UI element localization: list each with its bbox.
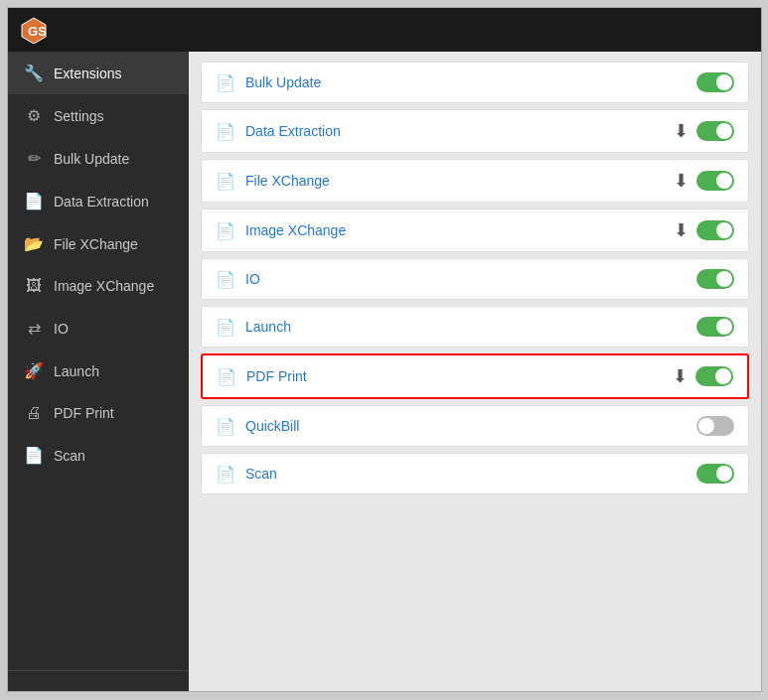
- download-icon-image-xchange[interactable]: ⬇: [674, 219, 689, 241]
- toggle-quickbill[interactable]: [696, 416, 734, 436]
- ext-label-pdf-print[interactable]: PDF Print: [246, 368, 663, 384]
- body: 🔧Extensions⚙Settings✏Bulk Update📄Data Ex…: [8, 52, 761, 691]
- ext-actions-image-xchange: ⬇: [674, 219, 734, 241]
- doc-icon-io: 📄: [216, 270, 235, 289]
- toggle-bulk-update[interactable]: [696, 72, 734, 92]
- sidebar-label-data-extraction: Data Extraction: [54, 194, 149, 210]
- doc-icon-scan: 📄: [216, 465, 235, 484]
- ext-label-image-xchange[interactable]: Image XChange: [245, 222, 664, 238]
- ext-actions-bulk-update: [696, 72, 734, 92]
- header-left: GS: [20, 16, 58, 44]
- ext-label-launch[interactable]: Launch: [245, 319, 687, 335]
- sidebar-item-file-xchange[interactable]: 📂File XChange: [8, 222, 189, 265]
- toggle-knob-bulk-update: [716, 74, 732, 90]
- ext-actions-io: [696, 269, 734, 289]
- sidebar-item-settings[interactable]: ⚙Settings: [8, 94, 189, 137]
- ext-row-image-xchange: 📄Image XChange⬇: [201, 209, 749, 252]
- ext-actions-scan: [696, 464, 734, 484]
- toggle-file-xchange[interactable]: [696, 171, 734, 191]
- bulk-update-icon: ✏: [24, 149, 44, 168]
- sidebar-label-launch: Launch: [54, 363, 99, 379]
- app-container: GS 🔧Extensions⚙Settings✏Bulk Update📄Data…: [7, 7, 762, 692]
- sidebar-label-scan: Scan: [54, 448, 85, 464]
- sidebar-item-launch[interactable]: 🚀Launch: [8, 350, 189, 392]
- main-content: 📄Bulk Update📄Data Extraction⬇📄File XChan…: [189, 52, 761, 691]
- doc-icon-quickbill: 📄: [216, 417, 235, 436]
- sidebar-item-data-extraction[interactable]: 📄Data Extraction: [8, 180, 189, 222]
- sidebar-collapse-button[interactable]: [8, 670, 189, 691]
- image-xchange-icon: 🖼: [24, 277, 44, 295]
- sidebar-label-file-xchange: File XChange: [54, 236, 138, 252]
- doc-icon-data-extraction: 📄: [216, 122, 235, 141]
- ext-row-quickbill: 📄QuickBill: [201, 405, 749, 447]
- ext-label-io[interactable]: IO: [245, 271, 687, 287]
- doc-icon-launch: 📄: [216, 318, 235, 337]
- ext-actions-data-extraction: ⬇: [674, 120, 734, 142]
- sidebar-label-settings: Settings: [54, 108, 104, 124]
- sidebar-label-pdf-print: PDF Print: [54, 405, 114, 421]
- ext-label-quickbill[interactable]: QuickBill: [245, 418, 687, 434]
- download-icon-file-xchange[interactable]: ⬇: [674, 170, 689, 192]
- toggle-knob-quickbill: [698, 418, 714, 434]
- sidebar-item-image-xchange[interactable]: 🖼Image XChange: [8, 265, 189, 307]
- doc-icon-bulk-update: 📄: [216, 73, 235, 92]
- launch-icon: 🚀: [24, 361, 44, 380]
- toggle-knob-launch: [716, 319, 732, 335]
- doc-icon-image-xchange: 📄: [216, 221, 235, 240]
- sidebar-label-bulk-update: Bulk Update: [54, 151, 129, 167]
- settings-icon: ⚙: [24, 106, 44, 125]
- toggle-launch[interactable]: [696, 317, 734, 337]
- sidebar-item-extensions[interactable]: 🔧Extensions: [8, 52, 189, 94]
- ext-row-launch: 📄Launch: [201, 306, 749, 348]
- toggle-knob-file-xchange: [716, 173, 732, 189]
- toggle-knob-image-xchange: [716, 222, 732, 238]
- ext-row-file-xchange: 📄File XChange⬇: [201, 159, 749, 203]
- toggle-knob-data-extraction: [716, 123, 732, 139]
- ext-actions-pdf-print: ⬇: [673, 365, 733, 387]
- ext-label-data-extraction[interactable]: Data Extraction: [245, 123, 664, 139]
- scan-icon: 📄: [24, 446, 44, 465]
- download-icon-data-extraction[interactable]: ⬇: [674, 120, 689, 142]
- toggle-pdf-print[interactable]: [695, 366, 733, 386]
- ext-row-io: 📄IO: [201, 258, 749, 300]
- sidebar-label-image-xchange: Image XChange: [54, 278, 154, 294]
- file-xchange-icon: 📂: [24, 234, 44, 253]
- toggle-data-extraction[interactable]: [696, 121, 734, 141]
- doc-icon-file-xchange: 📄: [216, 172, 235, 191]
- toggle-knob-pdf-print: [715, 368, 731, 384]
- io-icon: ⇄: [24, 319, 44, 338]
- ext-row-data-extraction: 📄Data Extraction⬇: [201, 109, 749, 153]
- sidebar-label-io: IO: [54, 321, 69, 337]
- data-extraction-icon: 📄: [24, 192, 44, 210]
- toggle-io[interactable]: [696, 269, 734, 289]
- toggle-image-xchange[interactable]: [696, 220, 734, 240]
- sidebar-label-extensions: Extensions: [54, 66, 121, 81]
- sidebar: 🔧Extensions⚙Settings✏Bulk Update📄Data Ex…: [8, 52, 189, 691]
- svg-text:GS: GS: [28, 24, 47, 39]
- ext-label-file-xchange[interactable]: File XChange: [245, 173, 664, 189]
- ext-row-pdf-print: 📄PDF Print⬇: [201, 353, 749, 399]
- toggle-knob-scan: [716, 466, 732, 482]
- ext-actions-launch: [696, 317, 734, 337]
- ext-row-bulk-update: 📄Bulk Update: [201, 62, 749, 103]
- toggle-knob-io: [716, 271, 732, 287]
- logo-icon: GS: [20, 16, 48, 44]
- download-icon-pdf-print[interactable]: ⬇: [673, 365, 688, 387]
- ext-actions-quickbill: [696, 416, 734, 436]
- sidebar-item-io[interactable]: ⇄IO: [8, 307, 189, 350]
- doc-icon-pdf-print: 📄: [217, 367, 236, 386]
- sidebar-item-pdf-print[interactable]: 🖨PDF Print: [8, 392, 189, 434]
- ext-label-scan[interactable]: Scan: [245, 466, 687, 482]
- ext-actions-file-xchange: ⬇: [674, 170, 734, 192]
- sidebar-item-bulk-update[interactable]: ✏Bulk Update: [8, 137, 189, 180]
- header: GS: [8, 8, 761, 52]
- ext-row-scan: 📄Scan: [201, 453, 749, 494]
- pdf-print-icon: 🖨: [24, 404, 44, 422]
- extensions-icon: 🔧: [24, 64, 44, 82]
- sidebar-item-scan[interactable]: 📄Scan: [8, 434, 189, 477]
- toggle-scan[interactable]: [696, 464, 734, 484]
- ext-label-bulk-update[interactable]: Bulk Update: [245, 74, 687, 90]
